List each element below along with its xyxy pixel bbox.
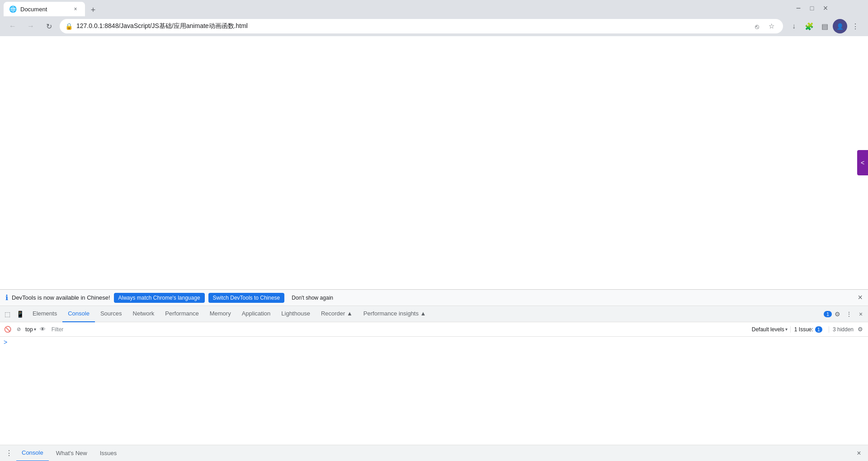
address-bar-row: ← → ↻ 🔒 127.0.0.1:8848/JavaScript/JS基础/应… [0, 16, 868, 36]
issues-label: 1 Issue: [794, 326, 813, 333]
sidebar-icon[interactable]: ▤ [817, 19, 832, 33]
devtools-settings-icon[interactable]: ⚙ [832, 309, 843, 320]
window-close-button[interactable]: × [819, 2, 832, 14]
tab-performance[interactable]: Performance [160, 306, 204, 322]
hidden-count: 3 hidden [829, 326, 854, 333]
tab-recorder[interactable]: Recorder ▲ [316, 306, 358, 322]
browser-tab[interactable]: 🌐 Document × [4, 2, 85, 16]
minimize-button[interactable]: − [792, 2, 805, 14]
page-content: < [0, 36, 868, 289]
chrome-menu-icon[interactable]: ⋮ [848, 19, 863, 33]
maximize-button[interactable]: □ [806, 2, 818, 14]
console-input-arrow[interactable]: > [4, 339, 7, 346]
devtools-tab-bar: ⬚ 📱 Elements Console Sources Network Per… [0, 306, 868, 322]
issues-counter[interactable]: 1 Issue: 1 [790, 326, 826, 333]
eye-icon[interactable]: 👁 [39, 325, 47, 334]
language-banner: ℹ DevTools is now available in Chinese! … [0, 290, 868, 306]
switch-to-chinese-button[interactable]: Switch DevTools to Chinese [208, 293, 285, 303]
purple-chevron-button[interactable]: < [857, 150, 868, 175]
drawer-tab-whats-new[interactable]: What's New [51, 445, 93, 461]
devtools-panel: ℹ DevTools is now available in Chinese! … [0, 289, 868, 461]
info-icon: ℹ [5, 293, 8, 302]
dont-show-again-button[interactable]: Don't show again [288, 293, 337, 303]
tab-elements[interactable]: Elements [27, 306, 62, 322]
back-button[interactable]: ← [5, 19, 20, 33]
downloads-icon[interactable]: ↓ [787, 19, 801, 33]
bookmark-icon[interactable]: ☆ [765, 20, 778, 33]
profile-button[interactable]: 👤 [833, 19, 847, 33]
share-icon[interactable]: ⎋ [750, 20, 763, 33]
tab-sources[interactable]: Sources [95, 306, 127, 322]
banner-close-button[interactable]: × [858, 293, 863, 302]
reload-button[interactable]: ↻ [42, 19, 56, 33]
console-toolbar: 🚫 ⊘ top ▾ 👁 Default levels ▾ 1 Issue: 1 … [0, 322, 868, 337]
drawer-tab-console[interactable]: Console [16, 445, 49, 461]
inspect-element-icon[interactable]: ⬚ [2, 309, 13, 320]
context-label: top [25, 326, 33, 333]
tab-close-button[interactable]: × [71, 5, 80, 13]
console-content: > [0, 337, 868, 445]
context-selector[interactable]: top ▾ [25, 326, 36, 333]
clear-console-icon[interactable]: 🚫 [4, 325, 12, 334]
console-filter-input[interactable] [50, 325, 749, 334]
drawer-close-button[interactable]: × [854, 448, 864, 459]
tab-favicon: 🌐 [9, 5, 17, 13]
devtools-more-icon[interactable]: ⋮ [844, 309, 854, 320]
log-levels-label: Default levels [752, 326, 784, 333]
address-bar[interactable]: 🔒 127.0.0.1:8848/JavaScript/JS基础/应用anima… [60, 19, 783, 33]
bottom-drawer: ⋮ Console What's New Issues × [0, 445, 868, 461]
log-levels-arrow-icon: ▾ [785, 327, 788, 332]
url-text: 127.0.0.1:8848/JavaScript/JS基础/应用animate… [76, 22, 747, 30]
forward-button[interactable]: → [24, 19, 38, 33]
tab-application[interactable]: Application [236, 306, 276, 322]
log-levels-selector[interactable]: Default levels ▾ [752, 326, 788, 333]
tab-memory[interactable]: Memory [204, 306, 236, 322]
tab-network[interactable]: Network [127, 306, 160, 322]
drawer-menu-icon[interactable]: ⋮ [4, 448, 14, 459]
context-arrow-icon: ▾ [34, 327, 36, 332]
drawer-tab-issues[interactable]: Issues [94, 445, 123, 461]
device-mode-icon[interactable]: 📱 [14, 309, 25, 320]
issues-count-badge: 1 [815, 326, 822, 333]
devtools-close-icon[interactable]: × [855, 309, 866, 320]
preserve-log-icon[interactable]: ⊘ [14, 325, 23, 334]
new-tab-button[interactable]: + [87, 4, 99, 16]
tab-title: Document [20, 6, 68, 13]
tab-console[interactable]: Console [62, 306, 95, 322]
language-banner-text: DevTools is now available in Chinese! [12, 294, 110, 301]
issues-badge: 1 [824, 311, 832, 317]
console-settings-icon[interactable]: ⚙ [856, 325, 864, 334]
lock-icon: 🔒 [65, 23, 73, 30]
tab-lighthouse[interactable]: Lighthouse [276, 306, 316, 322]
always-match-language-button[interactable]: Always match Chrome's language [114, 293, 205, 303]
tab-performance-insights[interactable]: Performance insights ▲ [358, 306, 432, 322]
extensions-icon[interactable]: 🧩 [802, 19, 816, 33]
